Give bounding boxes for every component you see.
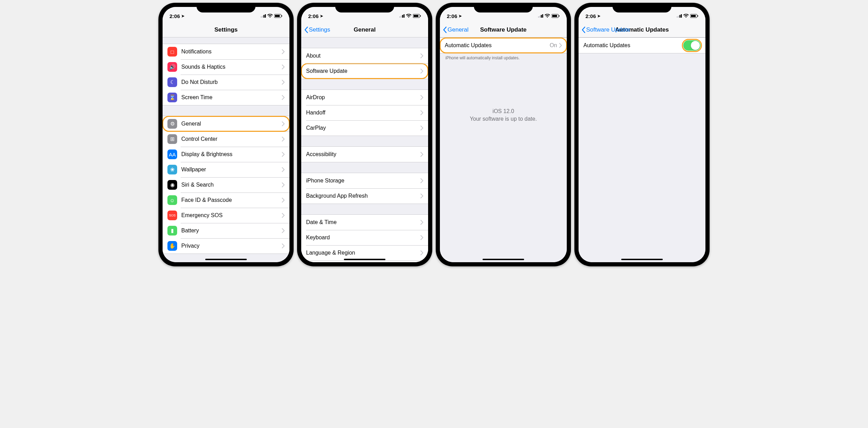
row-label: Battery: [181, 224, 282, 237]
row-language-region[interactable]: Language & Region: [301, 245, 428, 260]
row-label: Software Update: [306, 65, 420, 78]
notch: [197, 3, 255, 12]
screen-4: 2:06 ➤ Software Update Automatic Updates…: [579, 7, 705, 262]
control-icon: ⊞: [167, 134, 177, 144]
row-label: Control Center: [181, 132, 282, 146]
row-battery[interactable]: ▮Battery: [163, 223, 289, 238]
content-scroll[interactable]: Automatic Updates: [579, 37, 705, 262]
home-indicator[interactable]: [344, 259, 385, 260]
status-time: 2:06: [308, 13, 319, 19]
row-privacy[interactable]: ✋Privacy: [163, 238, 289, 254]
row-label: AirDrop: [306, 91, 420, 104]
chevron-right-icon: [282, 243, 289, 248]
row-label: Emergency SOS: [181, 209, 282, 222]
row-accessibility[interactable]: Accessibility: [301, 147, 428, 162]
chevron-right-icon: [282, 213, 289, 218]
status-time: 2:06: [585, 13, 596, 19]
row-software-update[interactable]: Software Update: [301, 63, 428, 79]
ios-version: iOS 12.0: [440, 108, 567, 115]
nav-bar: General Software Update: [440, 22, 567, 37]
home-indicator[interactable]: [621, 259, 663, 260]
chevron-right-icon: [420, 126, 428, 130]
row-keyboard[interactable]: Keyboard: [301, 230, 428, 245]
row-airdrop[interactable]: AirDrop: [301, 90, 428, 105]
row-label: Keyboard: [306, 231, 420, 244]
row-label: iPhone Storage: [306, 174, 420, 187]
back-button[interactable]: General: [443, 26, 468, 33]
home-indicator[interactable]: [483, 259, 524, 260]
row-iphone-storage[interactable]: iPhone Storage: [301, 173, 428, 188]
battery-icon: [690, 13, 698, 19]
row-faceid[interactable]: ☺Face ID & Passcode: [163, 192, 289, 208]
row-label: Sounds & Haptics: [181, 60, 282, 74]
location-icon: ➤: [320, 14, 323, 18]
location-icon: ➤: [459, 14, 462, 18]
wifi-icon: [545, 13, 550, 19]
row-automatic-updates-toggle[interactable]: Automatic Updates: [579, 38, 705, 53]
row-label: Date & Time: [306, 216, 420, 229]
content-scroll[interactable]: Automatic Updates On iPhone will automat…: [440, 37, 567, 262]
row-label: Dictionary: [306, 262, 420, 262]
home-indicator[interactable]: [205, 259, 247, 260]
row-label: Accessibility: [306, 148, 420, 161]
row-handoff[interactable]: Handoff: [301, 105, 428, 120]
phone-frame-1: 2:06 ➤ Settings □Notifications🔊Sounds & …: [158, 3, 294, 266]
phone-frame-3: 2:06 ➤ General Software Update Automatic…: [436, 3, 571, 266]
row-about[interactable]: About: [301, 48, 428, 63]
row-wallpaper[interactable]: ❀Wallpaper: [163, 162, 289, 177]
back-button[interactable]: Settings: [304, 26, 330, 33]
row-date-time[interactable]: Date & Time: [301, 215, 428, 230]
screen-2: 2:06 ➤ Settings General AboutSoftware Up…: [301, 7, 428, 262]
chevron-right-icon: [420, 152, 428, 157]
update-status: iOS 12.0 Your software is up to date.: [440, 108, 567, 123]
wifi-icon: [267, 13, 273, 19]
chevron-right-icon: [420, 53, 428, 58]
row-dictionary[interactable]: Dictionary: [301, 260, 428, 262]
row-screentime[interactable]: ⌛Screen Time: [163, 90, 289, 105]
row-siri[interactable]: ◉Siri & Search: [163, 177, 289, 192]
row-background-app-refresh[interactable]: Background App Refresh: [301, 188, 428, 204]
svg-rect-10: [691, 15, 696, 17]
faceid-icon: ☺: [167, 195, 177, 205]
nav-bar: Software Update Automatic Updates: [579, 22, 705, 37]
chevron-right-icon: [282, 198, 289, 203]
content-scroll[interactable]: AboutSoftware UpdateAirDropHandoffCarPla…: [301, 37, 428, 262]
chevron-right-icon: [282, 182, 289, 187]
update-status-text: Your software is up to date.: [440, 115, 567, 123]
toggle-switch[interactable]: [683, 40, 701, 51]
cellular-icon: [677, 14, 682, 18]
row-dnd[interactable]: ☾Do Not Disturb: [163, 75, 289, 90]
back-button[interactable]: Software Update: [581, 26, 630, 33]
row-sos[interactable]: SOSEmergency SOS: [163, 208, 289, 223]
chevron-right-icon: [282, 167, 289, 172]
row-general[interactable]: ⚙General: [163, 116, 289, 131]
row-label: Language & Region: [306, 246, 420, 259]
chevron-right-icon: [282, 228, 289, 233]
row-value: On: [550, 42, 559, 49]
row-automatic-updates[interactable]: Automatic Updates On: [440, 38, 567, 53]
row-label: CarPlay: [306, 121, 420, 135]
nav-bar: Settings: [163, 22, 289, 37]
row-label: Screen Time: [181, 91, 282, 104]
row-notifications[interactable]: □Notifications: [163, 44, 289, 59]
battery-icon: ▮: [167, 226, 177, 236]
row-control[interactable]: ⊞Control Center: [163, 131, 289, 147]
chevron-right-icon: [282, 95, 289, 100]
row-label: Background App Refresh: [306, 189, 420, 203]
row-label: Display & Brightness: [181, 148, 282, 161]
content-scroll[interactable]: □Notifications🔊Sounds & Haptics☾Do Not D…: [163, 37, 289, 262]
location-icon: ➤: [597, 14, 600, 18]
back-label: Software Update: [586, 26, 630, 33]
back-label: General: [448, 26, 468, 33]
cellular-icon: [261, 14, 266, 18]
phone-frame-4: 2:06 ➤ Software Update Automatic Updates…: [574, 3, 710, 266]
row-sounds[interactable]: 🔊Sounds & Haptics: [163, 59, 289, 75]
row-carplay[interactable]: CarPlay: [301, 120, 428, 136]
row-label: Do Not Disturb: [181, 76, 282, 89]
chevron-right-icon: [420, 250, 428, 255]
notifications-icon: □: [167, 47, 177, 57]
row-label: Automatic Updates: [445, 39, 550, 52]
row-label: Wallpaper: [181, 163, 282, 176]
page-title: Settings: [163, 26, 289, 33]
row-display[interactable]: AADisplay & Brightness: [163, 147, 289, 162]
